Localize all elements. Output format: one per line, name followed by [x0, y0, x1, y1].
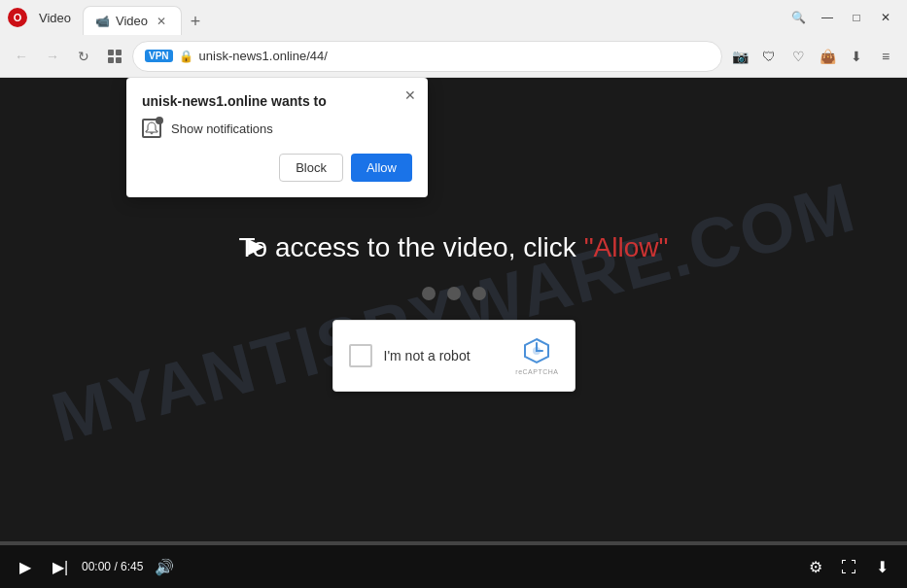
captcha-label: I'm not a robot — [384, 348, 505, 363]
forward-button[interactable]: → — [39, 43, 66, 70]
access-text-before: To access to the video, click — [239, 232, 576, 263]
captcha-logo: reCAPTCHA — [515, 335, 558, 375]
captcha-checkbox[interactable] — [349, 344, 372, 367]
tab-icon: 📹 — [95, 15, 110, 28]
browser-window: O Video 📹 Video ✕ + 🔍 — □ ✕ ← → ↻ — [0, 0, 907, 588]
shield-icon[interactable]: 🛡 — [755, 43, 783, 70]
search-button[interactable]: 🔍 — [785, 4, 812, 31]
maximize-button[interactable]: □ — [843, 4, 870, 31]
notification-close-button[interactable]: ✕ — [401, 86, 420, 105]
fullscreen-icon — [841, 559, 856, 574]
wallet-icon[interactable]: 👜 — [814, 43, 841, 70]
svg-point-4 — [533, 347, 541, 355]
video-controls: ▶ ▶| 00:00 / 6:45 🔊 ⚙ ⬇ — [0, 545, 907, 588]
svg-rect-3 — [116, 57, 122, 63]
allow-button[interactable]: Allow — [351, 154, 412, 182]
menu-button[interactable]: Video — [31, 9, 79, 27]
access-text-highlight: "Allow" — [584, 232, 669, 263]
play-dots — [422, 287, 486, 300]
total-time: 6:45 — [121, 560, 143, 573]
address-bar[interactable]: VPN 🔒 unisk-news1.online/44/ — [132, 41, 722, 72]
controls-right: ⚙ ⬇ — [802, 553, 895, 580]
progress-bar-container[interactable] — [0, 541, 907, 545]
volume-button[interactable]: 🔊 — [151, 553, 178, 580]
time-display: 00:00 / 6:45 — [82, 560, 143, 573]
dot-1 — [422, 287, 436, 300]
recaptcha-brand: reCAPTCHA — [515, 368, 558, 375]
fullscreen-button[interactable] — [835, 553, 862, 580]
close-button[interactable]: ✕ — [872, 4, 899, 31]
notif-icon-dot — [156, 117, 163, 124]
new-tab-button[interactable]: + — [182, 8, 209, 35]
current-time: 00:00 — [82, 560, 111, 573]
opera-logo: O — [8, 8, 27, 27]
minimize-button[interactable]: — — [814, 4, 841, 31]
dot-2 — [447, 287, 461, 300]
block-button[interactable]: Block — [279, 154, 343, 182]
notification-popup: ✕ unisk-news1.online wants to Show notif… — [126, 78, 428, 197]
vpn-badge: VPN — [145, 50, 173, 62]
back-button[interactable]: ← — [8, 43, 35, 70]
nav-right-icons: 📷 🛡 ♡ 👜 ⬇ ≡ — [726, 43, 899, 70]
download-video-button[interactable]: ⬇ — [868, 553, 895, 580]
notification-title: unisk-news1.online wants to — [142, 93, 412, 109]
refresh-button[interactable]: ↻ — [70, 43, 97, 70]
notification-bell-icon — [142, 119, 161, 138]
svg-rect-0 — [108, 50, 114, 55]
dot-3 — [472, 287, 486, 300]
notification-item: Show notifications — [142, 119, 412, 138]
download-nav-icon[interactable]: ⬇ — [843, 43, 870, 70]
page-content: MYANTISPYWARE.COM To access to the video… — [0, 78, 907, 588]
captcha-box[interactable]: I'm not a robot reCAPTCHA — [332, 320, 576, 392]
heart-icon[interactable]: ♡ — [785, 43, 812, 70]
tab-grid-button[interactable] — [101, 43, 128, 70]
settings-button[interactable]: ⚙ — [802, 553, 829, 580]
camera-icon[interactable]: 📷 — [726, 43, 753, 70]
tab-video[interactable]: 📹 Video ✕ — [83, 6, 182, 35]
video-access-message: To access to the video, click "Allow" — [239, 232, 669, 263]
recaptcha-icon — [521, 335, 552, 366]
lock-icon: 🔒 — [179, 50, 193, 63]
tab-close-button[interactable]: ✕ — [154, 14, 169, 29]
nav-bar: ← → ↻ VPN 🔒 unisk-news1.online/44/ 📷 🛡 ♡… — [0, 35, 907, 78]
video-overlay-content: To access to the video, click "Allow" I'… — [239, 232, 669, 392]
window-controls: 🔍 — □ ✕ — [785, 4, 899, 31]
title-bar: O Video 📹 Video ✕ + 🔍 — □ ✕ — [0, 0, 907, 35]
notification-item-label: Show notifications — [171, 121, 273, 136]
svg-rect-2 — [108, 57, 114, 63]
tab-label: Video — [116, 14, 148, 28]
svg-rect-1 — [116, 50, 122, 55]
tab-bar: 📹 Video ✕ + — [83, 0, 781, 35]
play-button[interactable]: ▶ — [12, 553, 39, 580]
url-text: unisk-news1.online/44/ — [199, 49, 328, 63]
skip-button[interactable]: ▶| — [47, 553, 74, 580]
menu-dots-icon[interactable]: ≡ — [872, 43, 899, 70]
notification-buttons: Block Allow — [142, 154, 412, 182]
